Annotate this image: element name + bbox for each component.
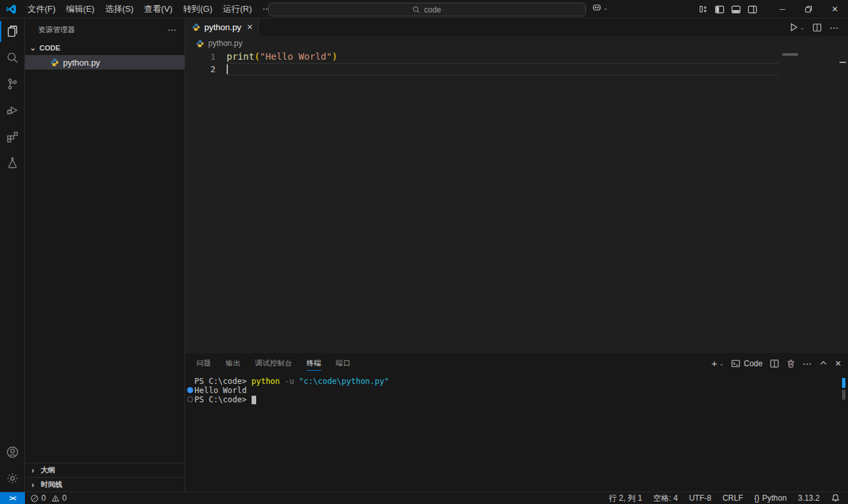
activity-bar: [0, 18, 25, 492]
warnings-icon: [51, 494, 60, 503]
python-file-icon: [50, 58, 59, 67]
search-activity-icon[interactable]: [0, 45, 25, 71]
extensions-activity-icon[interactable]: [0, 123, 25, 150]
tab-label: python.py: [204, 22, 241, 32]
folder-section-header[interactable]: ⌄ CODE: [25, 41, 185, 55]
tab-output[interactable]: 输出: [226, 353, 241, 373]
explorer-activity-icon[interactable]: [0, 18, 25, 45]
tab-terminal[interactable]: 终端: [307, 353, 322, 373]
search-value: code: [424, 5, 441, 14]
tab-debug-console[interactable]: 调试控制台: [255, 353, 292, 373]
testing-activity-icon[interactable]: [0, 150, 25, 176]
timeline-section-header[interactable]: › 时间线: [25, 477, 185, 492]
toggle-secondary-sidebar-icon[interactable]: [748, 5, 757, 14]
menu-selection[interactable]: 选择(S): [100, 2, 139, 16]
explorer-more-actions-icon[interactable]: ⋯: [167, 24, 177, 35]
folder-name: CODE: [39, 44, 60, 52]
tab-pythonpy[interactable]: python.py ✕: [185, 18, 259, 36]
tab-problems[interactable]: 问题: [196, 353, 212, 373]
terminal-command: python: [252, 377, 280, 386]
pending-command-decoration-icon[interactable]: [187, 396, 193, 402]
panel-more-actions-icon[interactable]: ⋯: [803, 358, 812, 369]
terminal-arg: "c:\code\python.py": [299, 377, 389, 386]
titlebar-right: ─ ✕: [699, 0, 848, 18]
editor-more-actions-icon[interactable]: ⋯: [830, 22, 839, 33]
problems-status[interactable]: 0 0: [30, 494, 66, 503]
terminal-prompt: PS C:\code>: [194, 395, 252, 404]
terminal-profile-chevron-icon[interactable]: ⌄: [719, 360, 725, 367]
kill-terminal-trash-icon[interactable]: [786, 359, 795, 368]
menu-edit[interactable]: 编辑(E): [61, 2, 100, 16]
command-success-decoration-icon[interactable]: [187, 387, 193, 393]
status-bar: >< 0 0 行 2, 列 1 空格: 4 UTF-8 CRLF {} Pyth…: [0, 492, 848, 504]
close-tab-icon[interactable]: ✕: [247, 23, 253, 32]
copilot-icon: [592, 3, 602, 12]
chevron-down-icon: ⌄: [28, 43, 38, 52]
toggle-panel-icon[interactable]: [731, 5, 741, 14]
breadcrumb[interactable]: python.py: [185, 36, 848, 51]
terminal-name-label: Code: [744, 359, 763, 368]
minimize-button[interactable]: ─: [769, 0, 795, 18]
error-count: 0: [41, 494, 46, 503]
run-debug-activity-icon[interactable]: [0, 97, 25, 123]
settings-gear-icon[interactable]: [0, 465, 25, 492]
source-control-activity-icon[interactable]: [0, 71, 25, 97]
copilot-menu[interactable]: ⌄: [592, 3, 608, 12]
sidebar-title: 资源管理器: [38, 25, 167, 35]
encoding-status[interactable]: UTF-8: [689, 494, 711, 503]
menu-view[interactable]: 查看(V): [139, 2, 177, 16]
terminal-scrollbar-thumb[interactable]: [842, 390, 845, 400]
workbench: 资源管理器 ⋯ ⌄ CODE python.py › 大纲 › 时间线: [0, 18, 848, 492]
python-version-status[interactable]: 3.13.2: [798, 494, 820, 503]
outline-section-header[interactable]: › 大纲: [25, 463, 185, 477]
python-file-icon: [192, 23, 200, 32]
terminal-overview-command-mark: [842, 378, 845, 388]
command-center-search[interactable]: code: [268, 3, 586, 16]
notifications-bell-icon[interactable]: [831, 494, 840, 503]
minimap[interactable]: [780, 51, 839, 353]
restore-icon: [805, 5, 813, 13]
split-terminal-icon[interactable]: [770, 359, 779, 368]
remote-icon: ><: [9, 495, 16, 502]
token-close-paren: ): [332, 51, 337, 62]
terminal-flag: -u: [280, 377, 299, 386]
cursor-position-status[interactable]: 行 2, 列 1: [609, 493, 642, 504]
token-open-paren: (: [254, 51, 259, 62]
run-python-file-icon[interactable]: [789, 22, 799, 32]
eol-status[interactable]: CRLF: [723, 494, 743, 503]
token-print: print: [227, 51, 254, 62]
token-string: "Hello World": [260, 51, 332, 62]
python-file-icon: [196, 39, 204, 48]
chevron-right-icon: ›: [28, 480, 38, 490]
title-bar: 文件(F) 编辑(E) 选择(S) 查看(V) 转到(G) 运行(R) ⋯ ← …: [0, 0, 848, 18]
code-line-2: 2: [185, 63, 215, 75]
vscode-logo-icon: [6, 4, 16, 14]
account-icon[interactable]: [0, 439, 25, 465]
restore-button[interactable]: [795, 0, 822, 18]
terminal-output[interactable]: PS C:\code> python -u "c:\code\python.py…: [185, 373, 848, 492]
new-terminal-icon[interactable]: +: [711, 358, 717, 369]
explorer-sidebar: 资源管理器 ⋯ ⌄ CODE python.py › 大纲 › 时间线: [25, 18, 185, 492]
line-number: 1: [185, 51, 215, 63]
terminal-instance[interactable]: Code: [731, 359, 763, 368]
remote-indicator[interactable]: ><: [0, 492, 25, 504]
errors-icon: [30, 494, 39, 503]
indentation-status[interactable]: 空格: 4: [654, 493, 678, 504]
run-dropdown-chevron-icon[interactable]: ⌄: [799, 24, 805, 31]
customize-layout-icon[interactable]: [699, 5, 708, 14]
split-editor-icon[interactable]: [813, 23, 822, 32]
close-window-button[interactable]: ✕: [822, 0, 848, 18]
text-cursor: [227, 64, 228, 74]
menu-file[interactable]: 文件(F): [22, 2, 61, 16]
close-panel-icon[interactable]: ✕: [835, 359, 841, 368]
panel-header: 问题 输出 调试控制台 终端 端口 + ⌄ Code: [185, 353, 848, 373]
menu-run[interactable]: 运行(R): [217, 2, 257, 16]
file-item-pythonpy[interactable]: python.py: [25, 55, 185, 70]
language-mode-status[interactable]: {} Python: [754, 494, 786, 503]
menu-goto[interactable]: 转到(G): [178, 2, 218, 16]
language-label: Python: [762, 494, 786, 503]
tab-ports[interactable]: 端口: [336, 353, 351, 373]
maximize-panel-icon[interactable]: [819, 359, 828, 368]
toggle-sidebar-icon[interactable]: [715, 5, 725, 14]
code-editor[interactable]: 1 print("Hello World") 2: [185, 51, 848, 353]
